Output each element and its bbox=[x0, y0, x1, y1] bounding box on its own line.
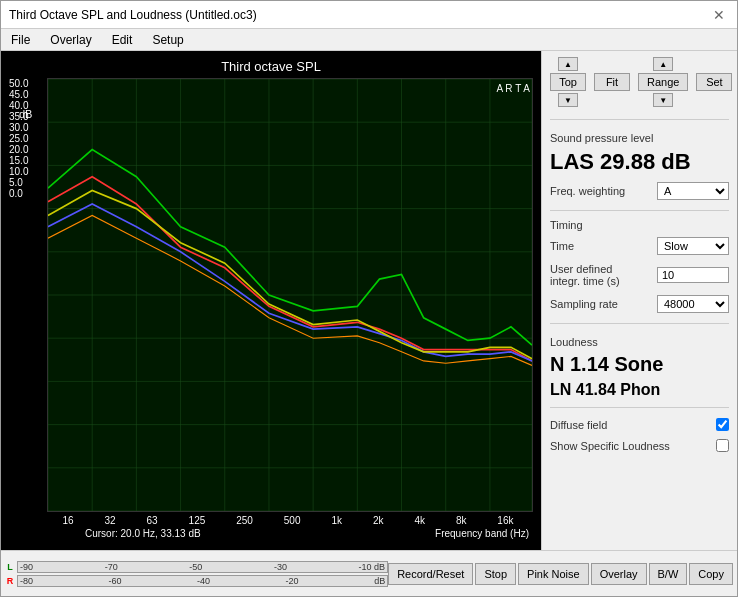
x-axis-title: Frequency band (Hz) bbox=[435, 528, 529, 542]
loudness-ln-value: LN 41.84 Phon bbox=[550, 380, 729, 399]
nav-controls: ▲ Top ▼ Fit ▲ Range ▼ Set bbox=[550, 57, 729, 107]
top-nav-group: ▲ Top ▼ bbox=[550, 57, 586, 107]
level-bar-r: -80 -60 -40 -20 dB bbox=[17, 575, 388, 587]
diffuse-field-label: Diffuse field bbox=[550, 419, 607, 431]
user-integr-label: User defined integr. time (s) bbox=[550, 263, 640, 287]
l-tick-30: -30 bbox=[274, 562, 287, 572]
copy-button[interactable]: Copy bbox=[689, 563, 733, 585]
arta-label: A R T A bbox=[496, 83, 530, 95]
x-tick-16: 16 bbox=[62, 515, 73, 526]
overlay-button[interactable]: Overlay bbox=[591, 563, 647, 585]
x-tick-4k: 4k bbox=[414, 515, 425, 526]
show-specific-row: Show Specific Loudness bbox=[550, 439, 729, 452]
y-tick-0: 0.0 bbox=[9, 188, 47, 199]
x-axis-labels: 16 32 63 125 250 500 1k 2k 4k 8k 16k bbox=[9, 512, 533, 528]
l-tick-90: -90 bbox=[20, 562, 33, 572]
time-row: Time Slow Fast Impulse Peak bbox=[550, 237, 729, 255]
user-integr-input[interactable] bbox=[657, 267, 729, 283]
freq-weighting-row: Freq. weighting A B C Z bbox=[550, 182, 729, 200]
y-tick-15: 15.0 bbox=[9, 155, 47, 166]
diffuse-field-checkbox[interactable] bbox=[716, 418, 729, 431]
r-tick-20: -20 bbox=[286, 576, 299, 586]
sampling-rate-select[interactable]: 48000 44100 96000 bbox=[657, 295, 729, 313]
r-indicator: R bbox=[5, 576, 15, 586]
cursor-info: Cursor: 20.0 Hz, 33.13 dB bbox=[47, 528, 201, 542]
top-button[interactable]: Top bbox=[550, 73, 586, 91]
menu-bar: File Overlay Edit Setup bbox=[1, 29, 737, 51]
r-tick-40: -40 bbox=[197, 576, 210, 586]
sampling-rate-row: Sampling rate 48000 44100 96000 bbox=[550, 295, 729, 313]
l-tick-50: -50 bbox=[189, 562, 202, 572]
loudness-n-value: N 1.14 Sone bbox=[550, 352, 729, 376]
x-tick-2k: 2k bbox=[373, 515, 384, 526]
timing-section-label: Timing bbox=[550, 219, 729, 231]
x-tick-500: 500 bbox=[284, 515, 301, 526]
chart-main: dB 50.0 45.0 40.0 35.0 30.0 25.0 20.0 15… bbox=[9, 78, 533, 512]
menu-setup[interactable]: Setup bbox=[146, 31, 189, 49]
y-tick-45: 45.0 bbox=[9, 89, 47, 100]
set-nav-group: Set bbox=[696, 57, 732, 107]
x-tick-32: 32 bbox=[105, 515, 116, 526]
l-tick-70: -70 bbox=[105, 562, 118, 572]
level-bar-l: -90 -70 -50 -30 -10 dB bbox=[17, 561, 388, 573]
freq-weighting-label: Freq. weighting bbox=[550, 185, 625, 197]
level-row-l: L -90 -70 -50 -30 -10 dB bbox=[5, 561, 388, 573]
y-axis: 50.0 45.0 40.0 35.0 30.0 25.0 20.0 15.0 … bbox=[9, 78, 47, 217]
window-title: Third Octave SPL and Loudness (Untitled.… bbox=[9, 8, 257, 22]
x-tick-1k: 1k bbox=[331, 515, 342, 526]
range-down-arrow[interactable]: ▼ bbox=[653, 93, 673, 107]
content-area: Third octave SPL dB 50.0 45.0 40.0 35.0 … bbox=[1, 51, 737, 550]
top-up-arrow[interactable]: ▲ bbox=[558, 57, 578, 71]
range-nav-group: ▲ Range ▼ bbox=[638, 57, 688, 107]
time-label: Time bbox=[550, 240, 574, 252]
y-tick-10: 10.0 bbox=[9, 166, 47, 177]
diffuse-field-row: Diffuse field bbox=[550, 418, 729, 431]
r-tick-80: -80 bbox=[20, 576, 33, 586]
fit-button[interactable]: Fit bbox=[594, 73, 630, 91]
show-specific-label: Show Specific Loudness bbox=[550, 440, 670, 452]
main-window: Third Octave SPL and Loudness (Untitled.… bbox=[0, 0, 738, 597]
x-tick-8k: 8k bbox=[456, 515, 467, 526]
pink-noise-button[interactable]: Pink Noise bbox=[518, 563, 589, 585]
menu-file[interactable]: File bbox=[5, 31, 36, 49]
freq-weighting-select[interactable]: A B C Z bbox=[657, 182, 729, 200]
y-tick-50: 50.0 bbox=[9, 78, 47, 89]
close-button[interactable]: ✕ bbox=[709, 5, 729, 25]
level-row-r: R -80 -60 -40 -20 dB bbox=[5, 575, 388, 587]
chart-grid[interactable]: A R T A bbox=[47, 78, 533, 512]
range-up-arrow[interactable]: ▲ bbox=[653, 57, 673, 71]
x-tick-16k: 16k bbox=[497, 515, 513, 526]
record-reset-button[interactable]: Record/Reset bbox=[388, 563, 473, 585]
bw-button[interactable]: B/W bbox=[649, 563, 688, 585]
time-select[interactable]: Slow Fast Impulse Peak bbox=[657, 237, 729, 255]
x-tick-63: 63 bbox=[147, 515, 158, 526]
menu-overlay[interactable]: Overlay bbox=[44, 31, 97, 49]
r-tick-60: -60 bbox=[109, 576, 122, 586]
sampling-rate-label: Sampling rate bbox=[550, 298, 618, 310]
right-panel: ▲ Top ▼ Fit ▲ Range ▼ Set bbox=[541, 51, 737, 550]
y-tick-5: 5.0 bbox=[9, 177, 47, 188]
x-tick-250: 250 bbox=[236, 515, 253, 526]
chart-title: Third octave SPL bbox=[9, 59, 533, 74]
l-indicator: L bbox=[5, 562, 15, 572]
user-integr-row: User defined integr. time (s) bbox=[550, 263, 729, 287]
stop-button[interactable]: Stop bbox=[475, 563, 516, 585]
spl-section-label: Sound pressure level bbox=[550, 132, 729, 144]
menu-edit[interactable]: Edit bbox=[106, 31, 139, 49]
set-button[interactable]: Set bbox=[696, 73, 732, 91]
top-down-arrow[interactable]: ▼ bbox=[558, 93, 578, 107]
chart-area: Third octave SPL dB 50.0 45.0 40.0 35.0 … bbox=[1, 51, 541, 550]
y-axis-label: dB bbox=[19, 108, 32, 120]
loudness-section-label: Loudness bbox=[550, 336, 729, 348]
chart-svg bbox=[48, 79, 532, 511]
level-meters: L -90 -70 -50 -30 -10 dB R -80 -60 bbox=[5, 561, 388, 587]
range-button[interactable]: Range bbox=[638, 73, 688, 91]
fit-nav-group: Fit bbox=[594, 57, 630, 107]
show-specific-checkbox[interactable] bbox=[716, 439, 729, 452]
r-tick-db: dB bbox=[374, 576, 385, 586]
y-tick-30: 30.0 bbox=[9, 122, 47, 133]
y-tick-25: 25.0 bbox=[9, 133, 47, 144]
bottom-bar: L -90 -70 -50 -30 -10 dB R -80 -60 bbox=[1, 550, 737, 596]
y-tick-20: 20.0 bbox=[9, 144, 47, 155]
bottom-buttons: Record/Reset Stop Pink Noise Overlay B/W… bbox=[388, 563, 733, 585]
